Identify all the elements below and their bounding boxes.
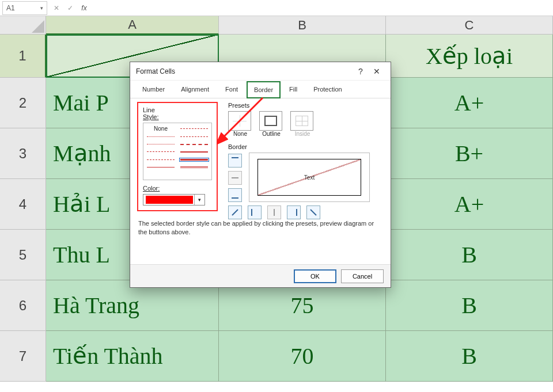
formula-bar: A1 ▾ ✕ ✓ fx — [0, 0, 553, 16]
tab-font[interactable]: Font — [218, 81, 245, 98]
border-side-buttons-bottom — [228, 205, 320, 219]
line-group-highlighted: Line Style: None Color: ▾ — [137, 102, 218, 211]
border-side-buttons-left — [228, 154, 242, 202]
tab-alignment[interactable]: Alignment — [173, 81, 217, 98]
tab-protection[interactable]: Protection — [306, 81, 350, 98]
svg-rect-4 — [251, 209, 252, 216]
border-middle-v-button[interactable] — [267, 205, 281, 219]
preset-inside[interactable]: Inside — [290, 111, 315, 137]
cell-B7[interactable]: 70 — [219, 331, 386, 382]
cell-C2[interactable]: A+ — [386, 78, 553, 128]
row-header-5[interactable]: 5 — [0, 230, 46, 280]
line-style-dash3[interactable] — [180, 144, 208, 145]
svg-rect-1 — [232, 177, 238, 178]
format-cells-dialog: Format Cells ? ✕ Number Alignment Font B… — [130, 62, 391, 288]
row-header-4[interactable]: 4 — [0, 179, 46, 230]
svg-rect-5 — [274, 209, 275, 216]
cell-C6[interactable]: B — [386, 280, 553, 331]
border-preview-inner: Text — [257, 159, 361, 196]
border-top-button[interactable] — [228, 154, 242, 168]
cell-C3[interactable]: B+ — [386, 128, 553, 179]
svg-rect-6 — [296, 209, 297, 216]
active-cell-ref: A1 — [6, 4, 15, 12]
close-icon[interactable]: ✕ — [369, 67, 385, 76]
preset-inside-text: Inside — [290, 131, 315, 137]
row-header-7[interactable]: 7 — [0, 331, 46, 382]
preset-none-text: None — [228, 131, 252, 137]
row-header-6[interactable]: 6 — [0, 280, 46, 331]
border-hint-text: The selected border style can be applied… — [138, 219, 382, 237]
cell-A6[interactable]: Hà Trang — [46, 280, 219, 331]
line-style-picker[interactable]: None — [143, 123, 212, 180]
svg-rect-2 — [232, 197, 238, 199]
cell-C5[interactable]: B — [386, 230, 553, 280]
style-label: Style: — [143, 113, 212, 120]
cancel-formula-icon[interactable]: ✕ — [50, 4, 63, 12]
preset-outline-text: Outline — [259, 131, 283, 137]
line-label: Line — [143, 106, 212, 113]
chevron-down-icon[interactable]: ▾ — [40, 5, 43, 11]
svg-line-3 — [232, 210, 238, 215]
line-style-dot[interactable] — [147, 136, 175, 137]
row-header-3[interactable]: 3 — [0, 128, 46, 179]
dialog-title: Format Cells — [136, 67, 175, 75]
col-header-C[interactable]: C — [386, 16, 553, 35]
line-style-thin[interactable] — [147, 167, 175, 168]
preset-none[interactable]: None — [228, 111, 252, 137]
border-diag-up-button[interactable] — [228, 205, 242, 219]
cell-A7[interactable]: Tiến Thành — [46, 331, 219, 382]
border-middle-h-button[interactable] — [228, 171, 242, 185]
border-label: Border — [228, 143, 247, 150]
name-box[interactable]: A1 ▾ — [2, 1, 47, 15]
presets-group: Presets None Outline Inside — [228, 102, 315, 137]
line-style-thick-selected[interactable] — [180, 159, 208, 161]
line-style-dash2[interactable] — [180, 136, 208, 137]
border-left-button[interactable] — [248, 205, 262, 219]
col-header-B[interactable]: B — [219, 16, 386, 35]
border-preview[interactable]: Text — [249, 153, 370, 202]
row-headers: 1 2 3 4 5 6 7 — [0, 35, 46, 382]
dialog-body: Line Style: None Color: ▾ — [130, 98, 391, 265]
presets-label: Presets — [228, 102, 315, 109]
border-color-picker[interactable]: ▾ — [143, 194, 205, 205]
dialog-footer: OK Cancel — [130, 264, 391, 287]
tab-fill[interactable]: Fill — [282, 81, 305, 98]
line-style-dash1[interactable] — [180, 128, 208, 129]
confirm-formula-icon[interactable]: ✓ — [63, 4, 77, 12]
border-right-button[interactable] — [287, 205, 301, 219]
dialog-tabs: Number Alignment Font Border Fill Protec… — [130, 81, 391, 98]
svg-rect-0 — [232, 157, 238, 158]
cancel-button[interactable]: Cancel — [341, 269, 384, 283]
border-bottom-button[interactable] — [228, 188, 242, 202]
row-header-1[interactable]: 1 — [0, 35, 46, 78]
col-header-A[interactable]: A — [46, 16, 219, 35]
preview-text: Text — [304, 174, 315, 181]
border-diag-down-button[interactable] — [306, 205, 320, 219]
line-style-double[interactable] — [180, 166, 208, 168]
cell-C4[interactable]: A+ — [386, 179, 553, 230]
svg-line-7 — [310, 210, 316, 215]
row-header-2[interactable]: 2 — [0, 78, 46, 128]
fx-icon[interactable]: fx — [77, 4, 91, 12]
preset-outline[interactable]: Outline — [259, 111, 283, 137]
column-headers: A B C — [46, 16, 553, 35]
color-swatch — [146, 196, 193, 204]
chevron-down-icon[interactable]: ▾ — [194, 195, 204, 205]
tab-number[interactable]: Number — [135, 81, 172, 98]
cell-B6[interactable]: 75 — [219, 280, 386, 331]
line-style-med[interactable] — [180, 151, 208, 153]
help-icon[interactable]: ? — [353, 67, 369, 76]
line-style-dash5[interactable] — [147, 159, 175, 160]
line-style-none[interactable]: None — [147, 125, 175, 132]
line-style-dash4[interactable] — [147, 151, 175, 152]
select-all-corner[interactable] — [0, 16, 46, 35]
ok-button[interactable]: OK — [294, 269, 336, 283]
cell-C7[interactable]: B — [386, 331, 553, 382]
color-label: Color: — [143, 185, 212, 192]
dialog-titlebar[interactable]: Format Cells ? ✕ — [130, 62, 391, 81]
tab-border[interactable]: Border — [247, 81, 281, 98]
line-style-dot2[interactable] — [147, 144, 175, 144]
cell-C1[interactable]: Xếp loại — [386, 35, 553, 78]
